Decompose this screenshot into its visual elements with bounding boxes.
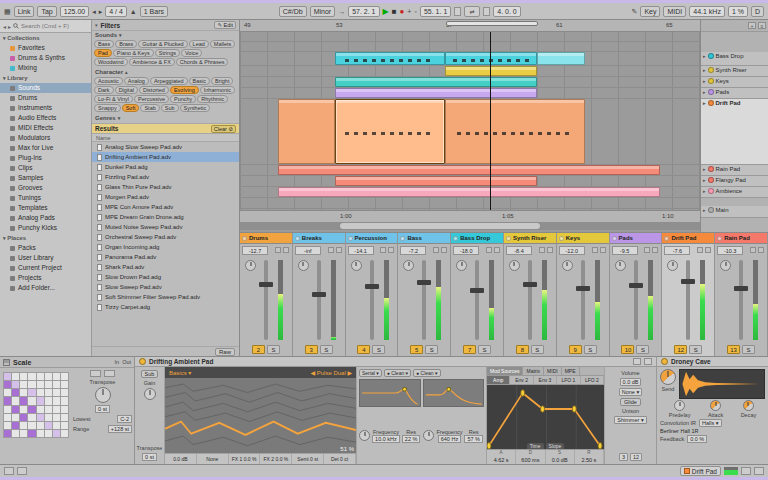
nudge-down-icon[interactable]: ◂ — [92, 6, 96, 17]
osc-parameter[interactable]: FX 2 0.0 % — [260, 454, 292, 464]
mixer-track-tab[interactable]: Percussion — [346, 233, 398, 244]
track-arm-button[interactable] — [708, 89, 714, 95]
io-icon[interactable] — [547, 247, 553, 253]
decay-knob[interactable] — [743, 400, 754, 411]
tempo-field[interactable]: 125.00 — [60, 6, 89, 17]
volume-fader[interactable] — [475, 260, 479, 340]
pitch-cell[interactable] — [45, 430, 52, 437]
arrangement-clip[interactable] — [278, 165, 660, 175]
pitch-cell[interactable] — [12, 422, 19, 429]
pitch-cell[interactable] — [28, 414, 35, 421]
pitch-cell[interactable] — [20, 430, 27, 437]
volume-fader[interactable] — [686, 260, 690, 340]
pitch-cell[interactable] — [28, 430, 35, 437]
pan-knob[interactable] — [562, 260, 573, 271]
io-icon[interactable] — [600, 247, 606, 253]
browser-result-row[interactable]: Tizzy Carpet.adg — [92, 302, 239, 312]
loop-start-field[interactable]: 55. 1. 1 — [420, 6, 451, 17]
mixer-track-tab[interactable]: Breaks — [293, 233, 345, 244]
track-header[interactable]: ▸ Bass Drop — [701, 52, 768, 66]
envelope-tab[interactable]: LFO 2 — [581, 376, 604, 384]
envelope-display[interactable]: Time Slope — [487, 385, 604, 449]
midi-out-selector[interactable] — [104, 370, 115, 377]
mixer-track-tab[interactable]: Drift Pad — [662, 233, 714, 244]
nudge-up-icon[interactable]: ▸ — [99, 6, 103, 17]
fader-handle[interactable] — [576, 286, 590, 291]
pitch-cell[interactable] — [12, 373, 19, 380]
pitch-cell[interactable] — [53, 381, 60, 388]
pitch-cell[interactable] — [53, 373, 60, 380]
sidebar-library-item[interactable]: Instruments — [0, 103, 91, 113]
track-header[interactable]: ▸ Flangy Pad — [701, 176, 768, 187]
key-map-button[interactable]: Key — [640, 6, 660, 17]
search-input[interactable] — [21, 23, 83, 29]
name-column-header[interactable]: Name — [92, 134, 239, 142]
play-button[interactable]: ▶ — [383, 6, 389, 17]
osc-parameter[interactable]: Semi 0 st — [292, 454, 324, 464]
track-activator[interactable]: 4 — [357, 345, 370, 354]
track-arm-button[interactable] — [708, 177, 714, 183]
solo-button[interactable]: S — [636, 345, 649, 354]
pitch-cell[interactable] — [45, 381, 52, 388]
pitch-cell[interactable] — [12, 430, 19, 437]
places-header[interactable]: ▾ Places — [0, 233, 91, 243]
fader-handle[interactable] — [470, 288, 484, 293]
device-power-button[interactable] — [139, 358, 146, 365]
pitch-cell[interactable] — [61, 422, 68, 429]
solo-button[interactable]: S — [425, 345, 438, 354]
unfold-track-icon[interactable]: ▸ — [703, 188, 706, 195]
sidebar-place-item[interactable]: Projects — [0, 273, 91, 283]
solo-button[interactable]: S — [584, 345, 597, 354]
browser-result-row[interactable]: Dunkel Pad.adg — [92, 162, 239, 172]
volume-fader[interactable] — [317, 260, 321, 340]
track-header[interactable]: ▸ Ambience — [701, 187, 768, 198]
fader-handle[interactable] — [681, 279, 695, 284]
wavetable-name-select[interactable]: ◀ Pulse Dual ▶ — [310, 369, 352, 376]
browser-result-row[interactable]: MPE Dream Grain Drone.adg — [92, 212, 239, 222]
sidebar-collection-item[interactable]: Drums & Synths — [0, 53, 91, 63]
wavetable-category-select[interactable]: Basics ▾ — [169, 369, 191, 376]
transpose-value[interactable]: 0 st — [95, 405, 110, 413]
filter2-res-value[interactable]: 57 % — [464, 435, 483, 443]
pitch-cell[interactable] — [45, 389, 52, 396]
track-arm-button[interactable] — [708, 53, 714, 59]
pitch-cell[interactable] — [45, 373, 52, 380]
envelope-tab[interactable]: LFO 1 — [557, 376, 580, 384]
pitch-cell[interactable] — [37, 430, 44, 437]
ir-waveform-display[interactable] — [679, 369, 765, 399]
track-activator[interactable]: 12 — [674, 345, 687, 354]
filter-tag[interactable]: Piano & Keys — [113, 49, 154, 57]
collections-header[interactable]: ▾ Collections — [0, 33, 91, 43]
arrangement-clip[interactable] — [445, 66, 537, 76]
io-icon[interactable] — [441, 247, 447, 253]
fader-handle[interactable] — [629, 283, 643, 288]
sidebar-library-item[interactable]: MIDI Effects — [0, 123, 91, 133]
volume-field[interactable]: 0.0 dB — [620, 378, 642, 386]
pitch-cell[interactable] — [28, 381, 35, 388]
unfold-track-icon[interactable]: ▸ — [703, 166, 706, 173]
filter-tag[interactable]: Snappy — [94, 104, 121, 112]
device-view-icon[interactable] — [17, 467, 27, 475]
browser-result-row[interactable]: Glass Thin Pure Pad.adv — [92, 182, 239, 192]
pitch-cell[interactable] — [20, 414, 27, 421]
track-header[interactable]: ▸ Main — [701, 206, 768, 218]
range-value[interactable]: +128 st — [108, 425, 132, 433]
sidebar-collection-item[interactable]: Favorites — [0, 43, 91, 53]
arrangement-clip[interactable] — [335, 88, 537, 98]
envelope-tab[interactable]: Amp — [487, 376, 510, 384]
clip-view-icon[interactable] — [4, 467, 14, 475]
track-activator[interactable]: 2 — [252, 345, 265, 354]
filter-tag[interactable]: Bright — [211, 77, 233, 85]
track-activator[interactable]: 3 — [305, 345, 318, 354]
pitch-cell[interactable] — [61, 414, 68, 421]
filter-tag[interactable]: Brass — [115, 40, 137, 48]
pitch-cell[interactable] — [12, 406, 19, 413]
volume-fader[interactable] — [634, 260, 638, 340]
filter1-res-knob[interactable] — [359, 430, 370, 441]
save-preset-icon[interactable] — [644, 358, 652, 365]
unfold-track-icon[interactable]: ▸ — [703, 100, 706, 107]
io-icon[interactable] — [388, 247, 394, 253]
overdub-button[interactable]: + — [407, 6, 411, 17]
sidebar-place-item[interactable]: Current Project — [0, 263, 91, 273]
volume-fader[interactable] — [581, 260, 585, 340]
